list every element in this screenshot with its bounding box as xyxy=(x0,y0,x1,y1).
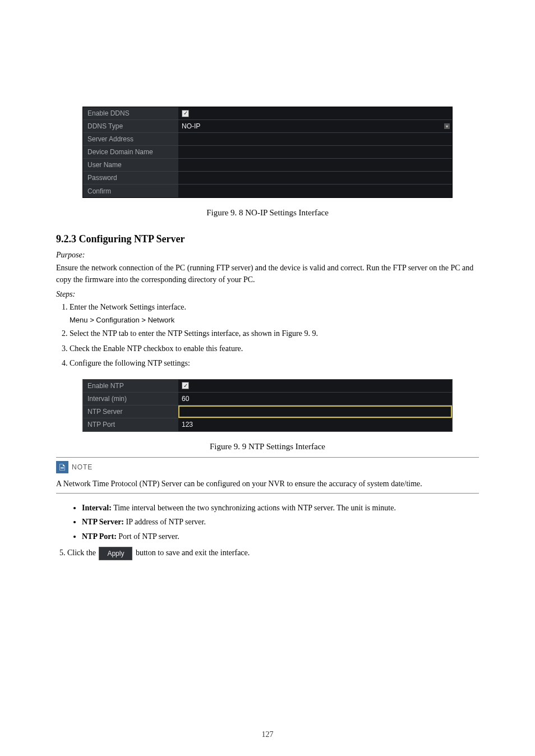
input-interval[interactable]: 60 xyxy=(178,393,452,405)
chevron-down-icon[interactable]: ▾ xyxy=(444,123,450,129)
apply-button[interactable]: Apply xyxy=(99,547,132,560)
bullet-ntp-port: NTP Port: Port of NTP server. xyxy=(82,530,479,543)
row-server-address: Server Address xyxy=(83,133,452,146)
label-interval: Interval (min) xyxy=(83,393,178,405)
figure-caption-1: Figure 9. 8 NO-IP Settings Interface xyxy=(56,208,479,218)
purpose-text: Ensure the network connection of the PC … xyxy=(56,262,479,285)
svg-rect-1 xyxy=(61,468,64,468)
step-5: 5. Click the Apply button to save and ex… xyxy=(59,547,479,560)
value-enable-ddns[interactable]: ✓ xyxy=(178,107,452,119)
input-password[interactable] xyxy=(178,172,452,184)
row-enable-ntp: Enable NTP ✓ xyxy=(83,380,452,393)
bullet-label: NTP Server: xyxy=(82,518,124,526)
figure-caption-2: Figure 9. 9 NTP Settings Interface xyxy=(56,442,479,451)
input-confirm[interactable] xyxy=(178,185,452,197)
input-device-domain-name[interactable] xyxy=(178,146,452,158)
svg-rect-0 xyxy=(61,467,64,468)
steps-label: Steps: xyxy=(56,290,479,299)
step-2: Select the NTP tab to enter the NTP Sett… xyxy=(70,328,479,340)
page-number: 127 xyxy=(0,730,535,739)
bullet-label: NTP Port: xyxy=(82,532,117,541)
bullet-text: Time interval between the two synchroniz… xyxy=(112,504,396,512)
row-confirm: Confirm xyxy=(83,185,452,197)
step-4: Configure the following NTP settings: xyxy=(70,357,479,370)
input-ntp-server[interactable] xyxy=(178,405,452,418)
input-ntp-port[interactable]: 123 xyxy=(178,418,452,431)
row-ntp-server: NTP Server xyxy=(83,405,452,418)
row-enable-ddns: Enable DDNS ✓ xyxy=(83,107,452,120)
purpose-label: Purpose: xyxy=(56,251,479,260)
bullet-text: Port of NTP server. xyxy=(117,532,179,541)
label-device-domain-name: Device Domain Name xyxy=(83,146,178,158)
settings-bullets: Interval: Time interval between the two … xyxy=(82,501,479,543)
ddns-type-value: NO-IP xyxy=(182,122,200,130)
row-device-domain-name: Device Domain Name xyxy=(83,146,452,159)
row-ddns-type: DDNS Type NO-IP ▾ xyxy=(83,120,452,133)
label-confirm: Confirm xyxy=(83,185,178,197)
step5-prefix: 5. Click the xyxy=(59,548,98,557)
note-text: A Network Time Protocol (NTP) Server can… xyxy=(56,478,479,490)
row-interval: Interval (min) 60 xyxy=(83,393,452,405)
select-ddns-type[interactable]: NO-IP ▾ xyxy=(178,120,452,132)
steps-list-cont: Select the NTP tab to enter the NTP Sett… xyxy=(70,328,479,370)
value-enable-ntp[interactable]: ✓ xyxy=(178,380,452,392)
bullet-label: Interval: xyxy=(82,504,112,512)
row-ntp-port: NTP Port 123 xyxy=(83,418,452,431)
label-enable-ntp: Enable NTP xyxy=(83,380,178,392)
note-icon xyxy=(56,461,68,473)
row-user-name: User Name xyxy=(83,159,452,172)
step5-suffix: button to save and exit the interface. xyxy=(136,548,250,557)
checkbox-icon[interactable]: ✓ xyxy=(182,382,189,389)
bullet-text: IP address of NTP server. xyxy=(124,518,206,526)
checkbox-icon[interactable]: ✓ xyxy=(182,110,189,117)
row-password: Password xyxy=(83,172,452,185)
label-enable-ddns: Enable DDNS xyxy=(83,107,178,119)
menu-path: Menu > Configuration > Network xyxy=(70,316,479,324)
ddns-settings-panel: Enable DDNS ✓ DDNS Type NO-IP ▾ Server A… xyxy=(82,107,453,198)
label-server-address: Server Address xyxy=(83,133,178,145)
input-server-address[interactable] xyxy=(178,133,452,145)
steps-list: Enter the Network Settings interface. xyxy=(70,301,479,314)
bullet-ntp-server: NTP Server: IP address of NTP server. xyxy=(82,515,479,529)
ntp-settings-panel: Enable NTP ✓ Interval (min) 60 NTP Serve… xyxy=(82,379,453,432)
label-ntp-port: NTP Port xyxy=(83,418,178,431)
bullet-interval: Interval: Time interval between the two … xyxy=(82,501,479,515)
label-user-name: User Name xyxy=(83,159,178,171)
label-ntp-server: NTP Server xyxy=(83,405,178,418)
step-1: Enter the Network Settings interface. xyxy=(70,301,479,314)
divider xyxy=(56,457,479,458)
label-password: Password xyxy=(83,172,178,184)
input-user-name[interactable] xyxy=(178,159,452,171)
label-ddns-type: DDNS Type xyxy=(83,120,178,132)
step-3: Check the Enable NTP checkbox to enable … xyxy=(70,343,479,355)
note-label: NOTE xyxy=(72,463,93,471)
section-heading: 9.2.3 Configuring NTP Server xyxy=(56,233,479,245)
divider xyxy=(56,493,479,494)
note-header: NOTE xyxy=(56,461,479,473)
